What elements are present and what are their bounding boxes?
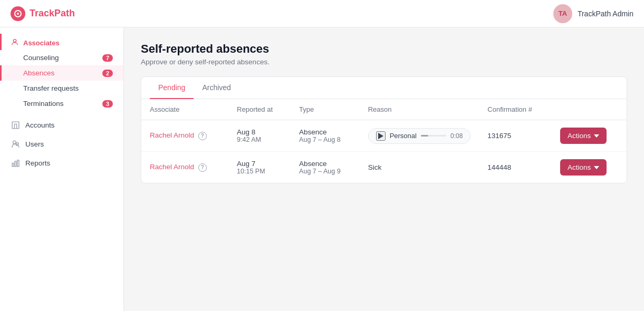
counseling-label: Counseling bbox=[23, 54, 59, 62]
reports-label: Reports bbox=[25, 159, 50, 167]
main-content: Self-reported absences Approve or deny s… bbox=[124, 27, 644, 311]
users-icon bbox=[11, 139, 20, 149]
col-actions bbox=[552, 99, 627, 120]
person-icon bbox=[11, 38, 19, 48]
accounts-label: Accounts bbox=[25, 121, 55, 129]
col-reason: Reason bbox=[360, 99, 479, 120]
svg-point-2 bbox=[13, 40, 16, 42]
brand-icon bbox=[11, 6, 25, 21]
type-range: Aug 7 – Aug 9 bbox=[299, 168, 351, 175]
sidebar: Associates Counseling 7 Absences 2 Trans… bbox=[0, 27, 124, 311]
absences-table: Associate Reported at Type Reason Confir… bbox=[141, 99, 627, 183]
sidebar-item-absences[interactable]: Absences 2 bbox=[0, 65, 123, 81]
sidebar-item-terminations[interactable]: Terminations 3 bbox=[0, 96, 123, 111]
brand-logo[interactable]: TrackPath bbox=[11, 6, 75, 21]
reason-label: Personal bbox=[390, 132, 417, 140]
sidebar-item-reports[interactable]: Reports bbox=[0, 153, 123, 172]
confirmation-number: 144448 bbox=[487, 163, 511, 171]
col-associate: Associate bbox=[141, 99, 228, 120]
absences-card: Pending Archived Associate Reported at T… bbox=[141, 76, 627, 183]
sidebar-item-transfer-requests[interactable]: Transfer requests bbox=[0, 81, 123, 96]
actions-label: Actions bbox=[568, 132, 591, 140]
time-label: 0:08 bbox=[450, 132, 463, 140]
associate-cell: Rachel Arnold ? bbox=[141, 152, 228, 183]
reported-time: 10:15 PM bbox=[237, 168, 282, 175]
associate-link[interactable]: Rachel Arnold bbox=[150, 163, 194, 171]
reason-cell: Personal 0:08 bbox=[360, 120, 479, 152]
avatar: TA bbox=[553, 4, 572, 23]
col-confirmation: Confirmation # bbox=[479, 99, 552, 120]
svg-point-5 bbox=[16, 142, 18, 144]
svg-rect-7 bbox=[15, 161, 16, 166]
page-subtitle: Approve or deny self-reported absences. bbox=[141, 58, 627, 66]
reason-text: Sick bbox=[368, 163, 382, 171]
bar-chart-icon bbox=[11, 158, 20, 168]
actions-cell: Actions bbox=[552, 120, 627, 152]
brand-name: TrackPath bbox=[30, 8, 75, 19]
reason-cell: Sick bbox=[360, 152, 479, 183]
building-icon bbox=[11, 120, 20, 130]
col-reported-at: Reported at bbox=[228, 99, 291, 120]
absences-label: Absences bbox=[23, 69, 54, 77]
reported-time: 9:42 AM bbox=[237, 136, 282, 143]
help-icon[interactable]: ? bbox=[198, 163, 207, 172]
table-row: Rachel Arnold ? Aug 8 9:42 AM Absence bbox=[141, 120, 627, 152]
reported-date: Aug 8 bbox=[237, 128, 282, 136]
confirmation-cell: 144448 bbox=[479, 152, 552, 183]
type-cell: Absence Aug 7 – Aug 8 bbox=[291, 120, 360, 152]
page-title: Self-reported absences bbox=[141, 42, 627, 56]
sidebar-associates-label: Associates bbox=[23, 39, 60, 47]
svg-rect-3 bbox=[12, 122, 19, 129]
confirmation-number: 131675 bbox=[487, 132, 511, 140]
sidebar-item-accounts[interactable]: Accounts bbox=[0, 115, 123, 134]
sidebar-item-associates[interactable]: Associates bbox=[0, 34, 123, 50]
svg-point-4 bbox=[13, 141, 16, 144]
user-area: TA TrackPath Admin bbox=[553, 4, 633, 23]
user-name: TrackPath Admin bbox=[578, 9, 633, 18]
tab-archived[interactable]: Archived bbox=[194, 77, 239, 99]
topbar: TrackPath TA TrackPath Admin bbox=[0, 0, 644, 27]
terminations-badge: 3 bbox=[102, 100, 113, 108]
reported-at-cell: Aug 7 10:15 PM bbox=[228, 152, 291, 183]
svg-rect-8 bbox=[17, 160, 19, 166]
svg-marker-9 bbox=[378, 133, 383, 139]
reported-at-cell: Aug 8 9:42 AM bbox=[228, 120, 291, 152]
type-name: Absence bbox=[299, 128, 351, 136]
svg-rect-6 bbox=[12, 163, 14, 166]
tabs-container: Pending Archived bbox=[141, 77, 627, 99]
actions-label: Actions bbox=[568, 163, 591, 171]
actions-button[interactable]: Actions bbox=[560, 128, 607, 144]
transfer-requests-label: Transfer requests bbox=[23, 84, 79, 92]
progress-bar bbox=[421, 135, 428, 137]
terminations-label: Terminations bbox=[23, 100, 64, 108]
users-label: Users bbox=[25, 140, 44, 148]
associate-cell: Rachel Arnold ? bbox=[141, 120, 228, 152]
confirmation-cell: 131675 bbox=[479, 120, 552, 152]
type-name: Absence bbox=[299, 160, 351, 168]
absences-badge: 2 bbox=[102, 70, 113, 77]
audio-player: Personal 0:08 bbox=[368, 128, 471, 144]
counseling-badge: 7 bbox=[102, 54, 113, 62]
svg-point-1 bbox=[17, 13, 19, 15]
type-cell: Absence Aug 7 – Aug 9 bbox=[291, 152, 360, 183]
progress-bar-wrap bbox=[421, 135, 446, 137]
tab-pending[interactable]: Pending bbox=[150, 77, 194, 99]
table-row: Rachel Arnold ? Aug 7 10:15 PM Absence bbox=[141, 152, 627, 183]
play-button[interactable] bbox=[376, 131, 386, 141]
actions-button[interactable]: Actions bbox=[560, 159, 607, 176]
associate-link[interactable]: Rachel Arnold bbox=[150, 131, 194, 139]
help-icon[interactable]: ? bbox=[198, 132, 207, 140]
type-range: Aug 7 – Aug 8 bbox=[299, 136, 351, 143]
sidebar-item-counseling[interactable]: Counseling 7 bbox=[0, 50, 123, 65]
actions-cell: Actions bbox=[552, 152, 627, 183]
reported-date: Aug 7 bbox=[237, 160, 282, 168]
col-type: Type bbox=[291, 99, 360, 120]
sidebar-item-users[interactable]: Users bbox=[0, 134, 123, 153]
